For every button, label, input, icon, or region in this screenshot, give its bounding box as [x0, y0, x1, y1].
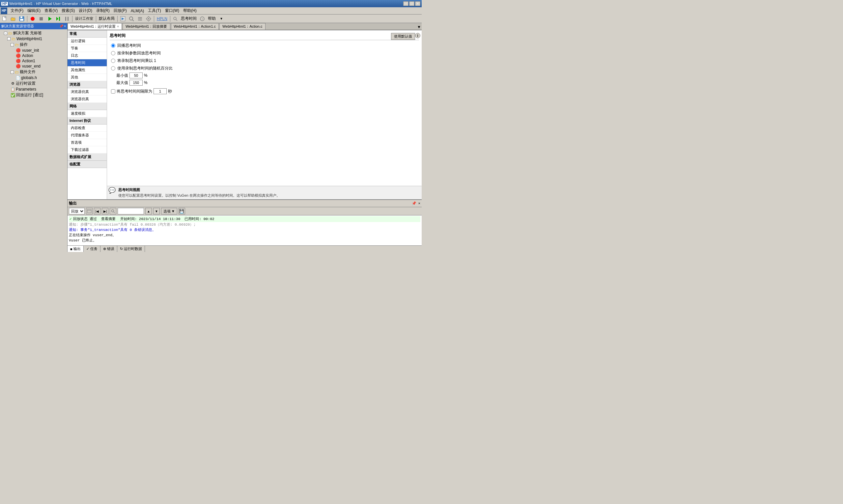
new-button[interactable] — [1, 15, 8, 22]
close-button[interactable]: × — [415, 1, 420, 6]
settings-group-general[interactable]: 常规 — [68, 30, 107, 38]
settings-item-pacing[interactable]: 节奏 — [68, 45, 107, 52]
info-button[interactable]: i — [415, 33, 420, 38]
tab-list-btn[interactable]: ▼ — [416, 24, 422, 30]
output-btn2[interactable]: |◀ — [94, 208, 101, 214]
stop-button[interactable] — [37, 15, 45, 22]
toolbar-btn7[interactable] — [136, 15, 144, 22]
menu-file[interactable]: 文件(F) — [8, 7, 25, 14]
radio-replay[interactable]: 回播思考时间 — [111, 43, 419, 49]
maximize-button[interactable]: □ — [409, 1, 414, 6]
tree-toggle-extra-files[interactable]: - — [11, 71, 14, 74]
minimize-button[interactable]: — — [403, 1, 409, 6]
pause-btn[interactable] — [63, 15, 71, 22]
limit-value-input[interactable] — [154, 88, 167, 94]
output-pin-btn[interactable]: 📌 — [412, 201, 416, 205]
record-button[interactable] — [29, 15, 37, 22]
step-btn[interactable] — [54, 15, 62, 22]
settings-item-proxy[interactable]: 代理服务器 — [68, 132, 107, 139]
tree-item-parameters[interactable]: 📋 Parameters — [1, 87, 67, 92]
menu-tools[interactable]: 工具(T) — [146, 7, 163, 14]
max-value-input[interactable] — [129, 80, 143, 86]
toolbar-btn8[interactable] — [145, 15, 153, 22]
settings-group-config[interactable]: 临配置 — [68, 161, 107, 168]
settings-group-internet[interactable]: Internet 协议 — [68, 117, 107, 125]
tab-runtime-settings[interactable]: WebHttpHtml1：运行时设置 × — [68, 23, 122, 30]
options-dropdown-btn[interactable]: 选项 ▼ — [161, 208, 177, 214]
use-defaults-button[interactable]: 使用默认值 — [391, 33, 415, 40]
radio-random-input[interactable] — [111, 66, 115, 71]
tab-close-runtime[interactable]: × — [117, 25, 119, 28]
settings-item-download[interactable]: 下载过滤器 — [68, 146, 107, 154]
tree-item-actions[interactable]: - 🗁 操作 — [1, 41, 67, 48]
sidebar-pin-btn[interactable]: 📌 — [59, 24, 63, 28]
help-search-icon[interactable] — [172, 15, 179, 22]
tab-replay-summary[interactable]: WebHttpHtml1：回放摘要 — [123, 23, 170, 30]
output-filter-combo[interactable]: 回放 — [69, 208, 85, 214]
settings-item-pref[interactable]: 首选项 — [68, 139, 107, 146]
menu-search[interactable]: 搜索(S) — [60, 7, 77, 14]
settings-item-browser-sim[interactable]: 浏览器仿真 — [68, 88, 107, 95]
menu-help[interactable]: 帮助(H) — [181, 7, 199, 14]
tree-item-action[interactable]: 🔴 Action — [1, 53, 67, 58]
radio-ignore-input[interactable] — [111, 51, 115, 55]
output-save-btn[interactable]: 💾 — [179, 208, 185, 214]
menu-view[interactable]: 查看(V) — [42, 7, 60, 14]
output-search-icon[interactable] — [110, 208, 116, 214]
tab-action1c[interactable]: WebHttpHtml1：Action1.c — [171, 23, 219, 30]
tree-item-solution[interactable]: - 🗁 解决方案 无标签 — [1, 30, 67, 36]
tree-item-replay-run[interactable]: ✅ 回放运行 [通过] — [1, 92, 67, 98]
settings-item-speed[interactable]: 速度模拟 — [68, 110, 107, 117]
tree-item-extra-files[interactable]: - 🗁 额外文件 — [1, 69, 67, 75]
settings-item-misc[interactable]: 其他属性 — [68, 67, 107, 74]
output-search-down-btn[interactable]: ▼ — [153, 208, 160, 214]
tree-toggle-actions[interactable]: - — [11, 43, 14, 47]
tree-item-webhttphtml1[interactable]: - 🗁 WebHttpHtml1 — [1, 36, 67, 41]
hpln-btn[interactable]: HPLN — [156, 16, 169, 21]
output-btn1[interactable] — [86, 208, 93, 214]
settings-item-browser-em[interactable]: 浏览器仿真 — [68, 95, 107, 103]
toolbar-btn6[interactable] — [127, 15, 136, 22]
replay-button[interactable] — [46, 15, 54, 22]
output-search-up-btn[interactable]: ▲ — [145, 208, 152, 214]
menu-edit[interactable]: 编辑(E) — [25, 7, 42, 14]
min-value-input[interactable] — [129, 72, 143, 78]
settings-item-run-logic[interactable]: 运行逻辑 — [68, 38, 107, 45]
tab-actionc[interactable]: WebHttpHtml1：Action.c — [219, 23, 265, 30]
menu-alm[interactable]: ALM(A) — [129, 8, 146, 14]
tree-item-run-settings[interactable]: ⚙ 运行时设置 — [1, 80, 67, 87]
settings-item-log[interactable]: 日志 — [68, 52, 107, 59]
tree-item-globals[interactable]: 📄 globals.h — [1, 75, 67, 80]
output-search-input[interactable] — [118, 208, 144, 214]
settings-group-network[interactable]: 网络 — [68, 103, 107, 110]
output-btn3[interactable]: ▶| — [102, 208, 108, 214]
menu-window[interactable]: 窗口(W) — [163, 7, 181, 14]
settings-item-content-check[interactable]: 内容检查 — [68, 125, 107, 132]
menu-replay[interactable]: 回放(P) — [112, 7, 129, 14]
help-label[interactable]: 帮助 — [207, 16, 217, 21]
tree-toggle-solution[interactable]: - — [4, 32, 7, 35]
bottom-tab-tasks[interactable]: ✓ 任务 — [84, 246, 101, 252]
sidebar-close-btn[interactable]: × — [64, 24, 66, 28]
radio-multiply-input[interactable] — [111, 59, 115, 63]
menu-record[interactable]: 录制(R) — [94, 7, 112, 14]
open-button[interactable] — [9, 15, 17, 22]
bottom-tab-runtime-data[interactable]: ↻ 运行时数据 — [117, 246, 145, 252]
design-studio-button[interactable]: 设计工作室 — [74, 15, 94, 22]
bottom-tab-errors[interactable]: ⊗ 错误 — [101, 246, 117, 252]
toolbar-btn5[interactable] — [119, 15, 127, 22]
output-close-btn[interactable]: × — [418, 201, 420, 205]
radio-multiply[interactable]: 将录制思考时间乘以 1 — [111, 58, 419, 64]
tree-item-vuser-init[interactable]: 🔴 vuser_init — [1, 48, 67, 53]
radio-ignore[interactable]: 按录制参数回放思考时间 — [111, 50, 419, 56]
limit-checkbox[interactable] — [111, 89, 115, 93]
radio-replay-input[interactable] — [111, 43, 115, 48]
tree-item-action1[interactable]: 🔴 Action1 — [1, 58, 67, 64]
help-dropdown-btn[interactable]: ▼ — [218, 15, 225, 22]
tree-item-vuser-end[interactable]: 🔴 vuser_end — [1, 64, 67, 69]
tree-toggle-webhttphtml1[interactable]: - — [7, 37, 11, 40]
save-button[interactable] — [18, 15, 26, 22]
radio-random[interactable]: 使用录制思考时间的随机百分比 — [111, 66, 419, 71]
settings-item-think-time[interactable]: 思考时间 — [68, 59, 107, 67]
settings-group-browser[interactable]: 浏览器 — [68, 81, 107, 88]
